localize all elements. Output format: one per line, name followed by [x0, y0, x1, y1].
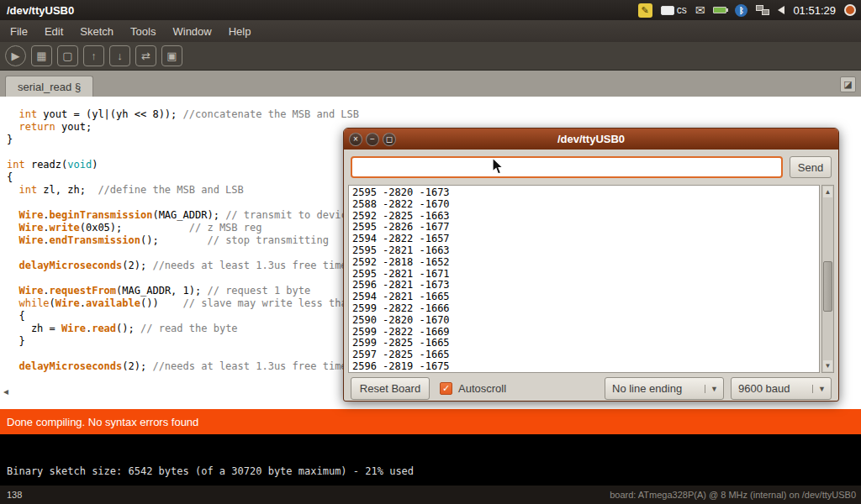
cursor-line-number: 138 [0, 490, 22, 500]
menu-window[interactable]: Window [164, 22, 219, 41]
serial-line: 2595 -2821 -1663 [352, 244, 816, 256]
bluetooth-icon[interactable]: ᛒ [735, 4, 747, 17]
serial-output[interactable]: 2595 -2820 -16732588 -2822 -16702592 -28… [348, 185, 820, 373]
serial-monitor-title: /dev/ttyUSB0 [344, 133, 838, 145]
stop-button[interactable]: ▦ [31, 45, 52, 66]
maximize-icon[interactable]: ◻ [383, 133, 396, 146]
tab-menu-button[interactable]: ◪ [840, 76, 856, 92]
toolbar: ▶▦▢↑↓⇄▣ [0, 42, 861, 71]
serial-line: 2595 -2821 -1671 [352, 268, 816, 280]
chevron-down-icon: ▼ [812, 385, 831, 393]
baud-rate-select[interactable]: 9600 baud ▼ [731, 377, 832, 400]
chevron-down-icon: ▼ [705, 385, 723, 393]
serial-line: 2595 -2820 -1673 [352, 186, 816, 198]
tab-bar: serial_read § ◪ [0, 71, 861, 97]
autoscroll-checkbox[interactable]: ✓ [440, 382, 452, 395]
new-button[interactable]: ▢ [57, 45, 78, 66]
system-tray: ✎ cs ✉ ᛒ 01:51:29 [638, 3, 861, 18]
menubar-items: FileEditSketchToolsWindowHelp [0, 22, 259, 41]
send-button[interactable]: Send [790, 156, 832, 178]
line-ending-value: No line ending [605, 378, 705, 399]
compile-status-message: Done compiling. No syntax errors found [7, 416, 198, 428]
window-controls: × − ◻ [344, 133, 396, 146]
save-button[interactable]: ↓ [109, 45, 130, 66]
menu-edit[interactable]: Edit [36, 22, 71, 41]
keyboard-layout-label: cs [677, 4, 687, 16]
menu-tools[interactable]: Tools [122, 22, 164, 41]
open-button[interactable]: ↑ [83, 45, 104, 66]
window-title: /dev/ttyUSB0 [0, 4, 74, 17]
serial-line: 2594 -2822 -1657 [352, 233, 816, 244]
close-icon[interactable]: × [349, 133, 362, 146]
serial-monitor-titlebar[interactable]: /dev/ttyUSB0 × − ◻ [344, 129, 838, 150]
mouse-cursor [492, 158, 505, 176]
serial-line: 2599 -2822 -1669 [352, 326, 816, 338]
scroll-down-icon[interactable]: ▼ [823, 360, 832, 371]
serial-send-input[interactable] [351, 156, 783, 178]
serial-line: 2590 -2820 -1670 [352, 314, 816, 326]
serial-line: 2592 -2825 -1663 [352, 210, 816, 222]
keyboard-icon [661, 6, 674, 15]
hscroll-left-arrow[interactable]: ◂ [3, 386, 8, 397]
serial-line: 2599 -2825 -1665 [352, 337, 816, 349]
upload-button[interactable]: ⇄ [135, 45, 156, 66]
autoscroll-label: Autoscroll [458, 382, 506, 395]
menu-file[interactable]: File [2, 22, 36, 41]
menu-sketch[interactable]: Sketch [71, 22, 122, 41]
verify-button[interactable]: ▶ [5, 45, 26, 66]
console-output: Binary sketch size: 6542 bytes (of a 307… [7, 465, 414, 477]
board-info: board: ATmega328P(A) @ 8 MHz (internal) … [610, 490, 861, 500]
serial-line: 2599 -2822 -1666 [352, 302, 816, 314]
serial-monitor-button[interactable]: ▣ [161, 45, 182, 66]
serial-line: 2597 -2825 -1665 [352, 349, 816, 360]
serial-line: 2596 -2821 -1673 [352, 279, 816, 291]
battery-icon[interactable] [713, 7, 726, 13]
serial-line: 2588 -2822 -1670 [352, 198, 816, 210]
network-icon[interactable] [756, 5, 769, 15]
scroll-up-icon[interactable]: ▲ [823, 186, 832, 197]
tab-serial-read[interactable]: serial_read § [5, 76, 93, 97]
serial-line: 2595 -2826 -1677 [352, 221, 816, 233]
serial-line: 2592 -2818 -1652 [352, 256, 816, 268]
volume-icon[interactable] [778, 6, 784, 14]
serial-scrollbar[interactable]: ▲ ▼ [821, 185, 834, 373]
compile-status-bar: Done compiling. No syntax errors found [0, 409, 861, 434]
serial-monitor-controls: Reset Board ✓ Autoscroll No line ending … [344, 377, 838, 402]
notes-icon[interactable]: ✎ [638, 3, 652, 18]
reset-board-button[interactable]: Reset Board [351, 377, 430, 400]
code-line: int yout = (yl|(yh << 8)); //concatenate… [7, 108, 861, 121]
line-ending-select[interactable]: No line ending ▼ [605, 377, 724, 400]
build-console: Binary sketch size: 6542 bytes (of a 307… [0, 434, 861, 486]
baud-rate-value: 9600 baud [732, 378, 812, 399]
minimize-icon[interactable]: − [366, 133, 379, 146]
scrollbar-thumb[interactable] [823, 261, 832, 312]
clock[interactable]: 01:51:29 [793, 4, 836, 17]
menubar: FileEditSketchToolsWindowHelp [0, 20, 861, 42]
statusline: 138 board: ATmega328P(A) @ 8 MHz (intern… [0, 486, 861, 504]
serial-line: 2596 -2819 -1675 [352, 360, 816, 372]
top-panel: /dev/ttyUSB0 ✎ cs ✉ ᛒ 01:51:29 [0, 0, 861, 20]
serial-monitor-window: /dev/ttyUSB0 × − ◻ Send 2595 -2820 -1673… [343, 128, 839, 402]
mail-icon[interactable]: ✉ [695, 3, 705, 17]
keyboard-layout-indicator[interactable]: cs [661, 4, 687, 16]
serial-line: 2594 -2821 -1665 [352, 291, 816, 302]
menu-help[interactable]: Help [220, 22, 260, 41]
session-menu-icon[interactable] [844, 4, 856, 16]
